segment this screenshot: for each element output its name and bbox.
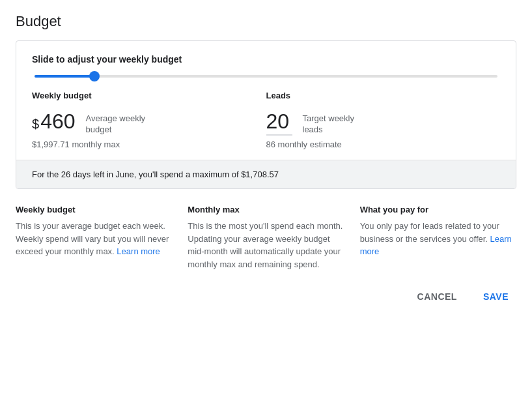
- info-what-you-pay: What you pay for You only pay for leads …: [360, 205, 516, 271]
- budget-leads-row: Weekly budget $460 Average weekly budget…: [32, 91, 500, 160]
- info-weekly-budget: Weekly budget This is your average budge…: [16, 205, 188, 271]
- footer-actions: CANCEL SAVE: [16, 281, 516, 307]
- leads-amount-row: 20 Target weekly leads: [266, 111, 501, 136]
- slider-container[interactable]: [32, 75, 500, 78]
- budget-card: Slide to adjust your weekly budget Weekl…: [16, 40, 516, 189]
- weekly-budget-header: Weekly budget: [32, 91, 266, 100]
- leads-monthly-estimate: 86 monthly estimate: [266, 140, 501, 149]
- page-title: Budget: [16, 13, 516, 30]
- info-row: Weekly budget This is your average budge…: [16, 205, 516, 271]
- budget-amount-row: $460 Average weekly budget: [32, 111, 266, 136]
- cancel-button[interactable]: CANCEL: [410, 286, 465, 307]
- target-label-line1: Target weekly: [303, 113, 354, 123]
- info-what-you-pay-title: What you pay for: [360, 205, 516, 214]
- info-weekly-budget-text: This is your average budget each week. W…: [16, 220, 172, 258]
- leads-header: Leads: [266, 91, 501, 100]
- info-what-you-pay-text: You only pay for leads related to your b…: [360, 220, 516, 258]
- leads-amount-value: 20: [266, 111, 292, 136]
- budget-avg-label: Average weekly budget: [86, 113, 146, 136]
- slider-track[interactable]: [35, 75, 497, 78]
- budget-monthly-max: $1,997.71 monthly max: [32, 140, 266, 149]
- avg-label-line2: budget: [86, 125, 112, 134]
- info-monthly-max-title: Monthly max: [188, 205, 344, 214]
- target-label-line2: leads: [303, 125, 323, 134]
- info-weekly-budget-title: Weekly budget: [16, 205, 172, 214]
- leads-target-label: Target weekly leads: [303, 113, 354, 136]
- info-monthly-max-text: This is the most you'll spend each month…: [188, 220, 344, 271]
- notice-bar: For the 26 days left in June, you'll spe…: [16, 160, 516, 188]
- avg-label-line1: Average weekly: [86, 113, 146, 123]
- budget-amount-display: $460: [32, 111, 76, 132]
- weekly-budget-learn-more[interactable]: Learn more: [117, 246, 160, 256]
- budget-amount-value: 460: [40, 110, 75, 133]
- what-you-pay-text-content: You only pay for leads related to your b…: [360, 221, 499, 244]
- info-monthly-max: Monthly max This is the most you'll spen…: [188, 205, 359, 271]
- budget-section: Weekly budget $460 Average weekly budget…: [32, 91, 266, 149]
- card-top: Slide to adjust your weekly budget Weekl…: [16, 41, 516, 160]
- save-button[interactable]: SAVE: [475, 286, 516, 307]
- dollar-sign: $: [32, 117, 39, 131]
- slide-label: Slide to adjust your weekly budget: [32, 54, 500, 65]
- leads-section: Leads 20 Target weekly leads 86 monthly …: [266, 91, 501, 149]
- slider-thumb[interactable]: [89, 71, 100, 81]
- slider-fill: [35, 75, 94, 78]
